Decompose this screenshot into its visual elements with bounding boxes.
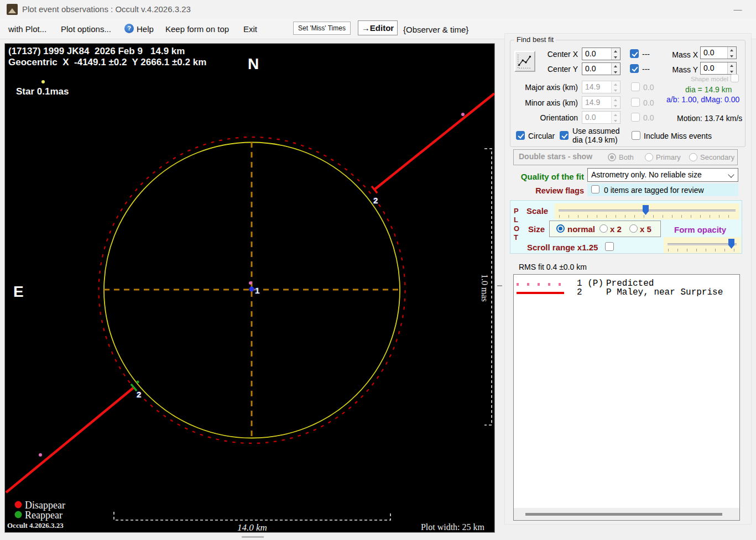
double-stars-primary-radio[interactable] [645,153,653,161]
star-dot [41,80,45,83]
observation-id[interactable]: 2 [577,287,582,297]
double-stars-both-radio[interactable] [608,153,616,161]
major-axis-spinner [611,81,620,93]
orientation-err: 0.0 [643,113,654,122]
mass-x-value[interactable]: 0.0 [701,47,727,59]
double-stars-primary-label: Primary [656,153,681,161]
observation-name[interactable]: P Maley, near Surprise [606,287,723,297]
size-x5-radio[interactable] [629,224,638,233]
orientation-input: 0.0 [582,111,621,124]
mass-y-label: Mass Y [665,65,698,74]
dia-text: dia = 14.9 km [685,85,732,94]
shape-model-checkbox[interactable] [731,74,739,82]
mass-x-spinner[interactable] [727,47,736,59]
km-scale-bracket [114,512,390,520]
predicted-point [249,281,252,285]
major-axis-value: 14.9 [582,81,611,93]
double-stars-label: Double stars - show [519,152,592,161]
ab-text: a/b: 1.00, dMag: 0.00 [666,95,739,104]
include-miss-label: Include Miss events [644,132,712,140]
center-x-input[interactable]: 0.0 [582,48,621,60]
help-icon[interactable]: ? [124,24,134,33]
major-axis-label: Major axis (km) [520,83,578,92]
form-opacity-track[interactable] [668,243,737,245]
center-y-value[interactable]: 0.0 [582,63,611,75]
chord2-upper-segment [374,93,494,190]
scroll-range-checkbox[interactable] [605,242,614,251]
circular-checkbox[interactable] [516,131,525,140]
splitter-grip[interactable] [497,285,502,286]
quality-value: Astrometry only. No reliable size [591,170,702,179]
editor-button[interactable]: →Editor [358,20,398,35]
center-x-checkbox[interactable] [630,49,639,58]
legend-disappear-label: Disappear [25,500,65,511]
reappear-legend-dot [15,511,22,518]
center-y-spinner[interactable] [611,63,620,75]
scale-slider-thumb[interactable] [643,205,649,215]
center-x-value[interactable]: 0.0 [582,48,611,60]
review-flags-text: 0 items are tagged for review [604,186,704,195]
major-axis-input: 14.9 [582,81,621,93]
form-opacity-slider[interactable] [664,237,741,253]
find-best-fit-title: Find best fit [514,35,556,44]
menu-keep-on-top[interactable]: Keep form on top [165,24,229,34]
mass-x-input[interactable]: 0.0 [700,46,737,59]
use-assumed-checkbox[interactable] [560,131,569,140]
plot-title-line1: (17137) 1999 JK84 2026 Feb 9 14.9 km [8,46,185,56]
form-opacity-label: Form opacity [674,225,726,234]
minimize-button[interactable]: — [728,2,748,17]
star-label: Star 0.1mas [16,86,69,97]
center-y-checkbox[interactable] [630,64,639,73]
north-label: N [248,55,259,72]
app-window: Plot event observations : Occult v.4.202… [0,0,756,540]
bottom-grip[interactable] [242,536,264,538]
menu-exit[interactable]: Exit [243,24,257,34]
rms-fit-label: RMS fit 0.4 ±0.0 km [519,263,587,271]
quality-dropdown[interactable]: Astrometry only. No reliable size [587,168,738,182]
predicted-line-sample [517,283,564,286]
menu-with-plot[interactable]: with Plot... [8,24,46,34]
center-marker [249,287,254,292]
form-opacity-ticks [668,249,738,251]
east-label: E [13,283,24,300]
title-bar: Plot event observations : Occult v.4.202… [0,0,756,19]
size-normal-label: normal [567,224,595,234]
minor-axis-err: 0.0 [643,98,654,107]
scale-slider[interactable] [555,203,739,219]
scroll-range-label: Scroll range x1.25 [527,243,598,252]
mass-y-input[interactable]: 0.0 [700,62,737,75]
chord2-label-disappear: 2 [373,196,378,205]
chevron-down-icon [728,171,734,177]
major-axis-err: 0.0 [643,83,654,92]
menu-plot-options[interactable]: Plot options... [61,24,111,34]
predicted-point [461,113,465,116]
review-flags-checkbox[interactable] [591,185,599,193]
disappear-legend-dot [15,501,22,508]
mass-y-spinner[interactable] [727,62,736,74]
list-scrollbar-thumb[interactable] [525,513,722,516]
size-normal-radio[interactable] [556,224,565,233]
size-x2-label: x 2 [610,224,622,234]
center-y-input[interactable]: 0.0 [582,62,621,75]
menu-help[interactable]: Help [137,24,154,34]
form-opacity-thumb[interactable] [728,239,734,249]
size-x2-radio[interactable] [599,224,608,233]
center-x-spinner[interactable] [611,48,620,60]
occultation-plot: (17137) 1999 JK84 2026 Feb 9 14.9 km Geo… [5,44,494,532]
double-stars-secondary-radio[interactable] [689,153,697,161]
center-x-dash: --- [642,50,650,59]
mass-y-value[interactable]: 0.0 [701,62,727,74]
plot-pane[interactable]: (17137) 1999 JK84 2026 Feb 9 14.9 km Geo… [4,43,495,533]
plot-title-line2: Geocentric X -4149.1 ±0.2 Y 2666.1 ±0.2 … [8,57,206,67]
orientation-label: Orientation [520,113,578,122]
motion-text: Motion: 13.74 km/s [677,114,742,123]
major-axis-checkbox[interactable] [631,82,640,91]
use-assumed-label-1: Use assumed [572,127,620,135]
set-miss-times-button[interactable]: Set 'Miss' Times [293,22,351,35]
orientation-checkbox[interactable] [631,113,640,122]
include-miss-checkbox[interactable] [632,131,640,140]
minor-axis-checkbox[interactable] [631,98,640,107]
center-y-dash: --- [642,65,650,74]
plot-letter-t: T [514,233,518,242]
observations-list[interactable] [513,274,740,521]
